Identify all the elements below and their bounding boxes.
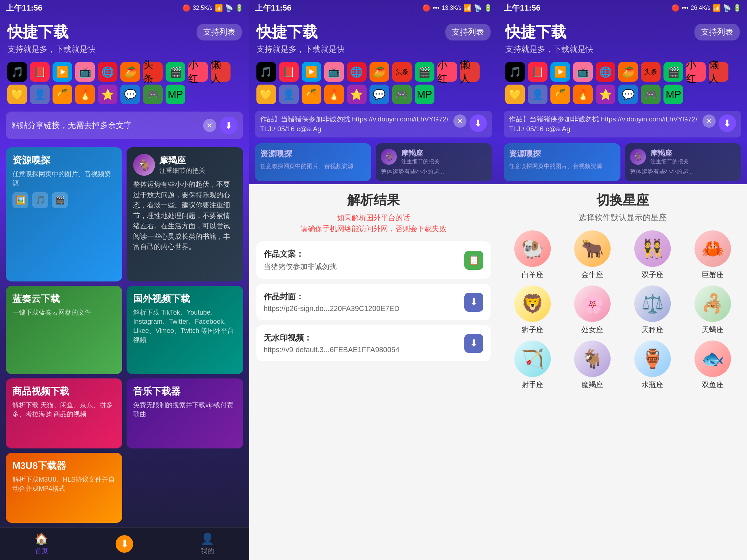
bilibili-icon[interactable]: 📺: [75, 62, 95, 82]
bilibili-icon-3[interactable]: 📺: [573, 62, 593, 82]
person-icon[interactable]: 👤: [30, 85, 50, 104]
nav-profile-1[interactable]: 👤 我的: [166, 532, 249, 555]
xiaohongshu-icon-3[interactable]: 📕: [528, 62, 547, 82]
clear-btn-1[interactable]: ✕: [203, 119, 216, 132]
zodiac-capricorn[interactable]: 🐐 魔羯座: [565, 341, 620, 390]
orange-icon-2[interactable]: 🍊: [302, 85, 321, 104]
mp-icon[interactable]: MP: [166, 85, 185, 104]
bilibili-icon-2[interactable]: 📺: [324, 62, 344, 82]
nav-home-1[interactable]: 🏠 首页: [0, 532, 83, 555]
zodiac-aquarius[interactable]: 🏺 水瓶座: [626, 341, 680, 390]
zodiac-virgo[interactable]: 🌸 处女座: [565, 285, 620, 335]
bottom-nav-1: 🏠 首页 ⬇ 👤 我的: [0, 527, 249, 560]
lele-icon-2[interactable]: 小红: [437, 62, 457, 82]
zodiac-sagittarius[interactable]: 🏹 射手座: [505, 341, 560, 390]
youku-icon-2[interactable]: ▶️: [302, 62, 321, 82]
iqiyi-icon-3[interactable]: 🎬: [663, 62, 683, 82]
zodiac-cancer[interactable]: 🦀 巨蟹座: [685, 230, 740, 280]
horoscope-partial-2[interactable]: 🐐 摩羯座 注重细节的把关 整体运势有些小小的起...: [376, 143, 492, 181]
mp-icon-3[interactable]: MP: [663, 85, 683, 104]
horoscope-partial-3[interactable]: 🐐 摩羯座 注重细节的把关 整体运势有些小小的起...: [625, 143, 741, 181]
qzone-icon-2[interactable]: 💛: [256, 85, 276, 104]
music-card-1[interactable]: 音乐下载器 免费无限制的搜索并下载vip或付费歌曲: [127, 378, 243, 448]
clear-btn-2[interactable]: ✕: [453, 114, 467, 128]
download-video-btn[interactable]: ⬇: [464, 334, 483, 353]
fire-icon-3[interactable]: 🔥: [573, 85, 593, 104]
clear-btn-3[interactable]: ✕: [703, 114, 716, 128]
xiaohongshu-icon-2[interactable]: 📕: [279, 62, 299, 82]
toutiao-icon-2[interactable]: 头条: [392, 62, 412, 82]
xiaohongshu-icon[interactable]: 📕: [30, 62, 50, 82]
star-icon-3[interactable]: ⭐: [596, 85, 615, 104]
iqiyi-icon-2[interactable]: 🎬: [415, 62, 434, 82]
orange-icon[interactable]: 🍊: [53, 85, 72, 104]
resource-partial-2[interactable]: 资源嗅探 任意嗅探网页中的图片、音视频资源: [255, 143, 371, 181]
person-icon-3[interactable]: 👤: [528, 85, 547, 104]
zodiac-leo[interactable]: 🦁 狮子座: [505, 285, 560, 335]
game-icon-2[interactable]: 🎮: [392, 85, 412, 104]
horoscope-card-1[interactable]: 🐐 摩羯座 注重细节的把关 整体运势有些小小的起伏，不要过于放大问题，要保持乐观…: [127, 147, 243, 281]
fire-icon[interactable]: 🔥: [75, 85, 95, 104]
download-nav-icon-1[interactable]: ⬇: [116, 535, 133, 553]
qzone-icon[interactable]: 💛: [7, 85, 27, 104]
nav-middle-1[interactable]: ⬇: [83, 535, 166, 553]
mango-icon-2[interactable]: 🥭: [369, 62, 389, 82]
zodiac-scorpio[interactable]: 🦂 天蝎座: [685, 285, 740, 335]
zodiac-pisces[interactable]: 🐟 双鱼座: [685, 341, 740, 390]
zodiac-libra[interactable]: ⚖️ 天秤座: [626, 285, 680, 335]
horoscope-partial-text-2: 整体运势有些小小的起...: [381, 167, 487, 176]
chat-icon-3[interactable]: 💬: [618, 85, 638, 104]
tiktok-icon-2[interactable]: 🎵: [256, 62, 276, 82]
game-icon[interactable]: 🎮: [143, 85, 163, 104]
mango-icon[interactable]: 🥭: [120, 62, 140, 82]
mp-icon-2[interactable]: MP: [415, 85, 434, 104]
lazy-icon[interactable]: 懒人: [211, 62, 231, 82]
product-card-1[interactable]: 商品视频下载 解析下载 天猫、闲鱼、京东、拼多多、考拉海购 商品的视频: [6, 378, 122, 448]
weibo-icon-2[interactable]: 🌐: [347, 62, 367, 82]
m3u8-card-1[interactable]: M3U8下载器 解析下载M3U8、HLS协议文件并自动合并成MP4格式: [6, 453, 122, 523]
youku-icon-3[interactable]: ▶️: [550, 62, 570, 82]
orange-icon-3[interactable]: 🍊: [550, 85, 570, 104]
zodiac-gemini[interactable]: 👯 双子座: [626, 230, 680, 280]
game-icon-3[interactable]: 🎮: [641, 85, 661, 104]
person-icon-2[interactable]: 👤: [279, 85, 299, 104]
tiktok-icon[interactable]: 🎵: [7, 62, 27, 82]
zodiac-aries[interactable]: 🐏 白羊座: [505, 230, 560, 280]
resource-card-1[interactable]: 资源嗅探 任意嗅探网页中的图片、音视频资源 🖼️ 🎵 🎬: [6, 147, 122, 281]
toutiao-icon[interactable]: 头条: [143, 62, 163, 82]
mango-icon-3[interactable]: 🥭: [618, 62, 638, 82]
foreign-card-1[interactable]: 国外视频下载 解析下载 TikTok、Youtube、Instagram、Twi…: [127, 286, 243, 374]
iqiyi-icon[interactable]: 🎬: [166, 62, 185, 82]
horoscope-partial-avatar-2: 🐐: [381, 149, 397, 165]
youku-icon[interactable]: ▶️: [53, 62, 72, 82]
lele-icon-3[interactable]: 小红: [686, 62, 706, 82]
qzone-icon-3[interactable]: 💛: [505, 85, 525, 104]
download-btn-1[interactable]: ⬇: [220, 117, 237, 134]
download-btn-2[interactable]: ⬇: [469, 114, 487, 132]
support-list-btn-2[interactable]: 支持列表: [445, 24, 491, 40]
tiktok-icon-3[interactable]: 🎵: [505, 62, 525, 82]
weibo-icon[interactable]: 🌐: [98, 62, 117, 82]
download-cover-btn[interactable]: ⬇: [464, 293, 483, 312]
profile-label-1: 我的: [201, 547, 214, 555]
lanyun-card-1[interactable]: 蓝奏云下载 一键下载蓝奏云网盘的文件: [6, 286, 122, 374]
support-list-btn-1[interactable]: 支持列表: [197, 24, 242, 40]
status-icons-3: 🔴 ••• 26.4K/s 📶 📡 🔋: [671, 4, 741, 12]
resource-partial-desc-3: 任意嗅探网页中的图片、音视频资源: [509, 162, 615, 170]
star-icon-2[interactable]: ⭐: [347, 85, 367, 104]
copy-text-btn[interactable]: 📋: [464, 251, 483, 270]
lazy-icon-2[interactable]: 懒人: [460, 62, 480, 82]
resource-partial-3[interactable]: 资源嗅探 任意嗅探网页中的图片、音视频资源: [504, 143, 620, 181]
weibo-icon-3[interactable]: 🌐: [596, 62, 615, 82]
download-btn-3[interactable]: ⬇: [719, 114, 736, 132]
toutiao-icon-3[interactable]: 头条: [641, 62, 661, 82]
support-list-btn-3[interactable]: 支持列表: [694, 24, 740, 40]
chat-icon[interactable]: 💬: [120, 85, 140, 104]
fire-icon-2[interactable]: 🔥: [324, 85, 344, 104]
chat-icon-2[interactable]: 💬: [369, 85, 389, 104]
lazy-icon-3[interactable]: 懒人: [709, 62, 728, 82]
star-icon[interactable]: ⭐: [98, 85, 117, 104]
zodiac-taurus[interactable]: 🐂 金牛座: [565, 230, 620, 280]
app-subtitle-1: 支持就是多，下载就是快: [7, 44, 242, 55]
lele-icon[interactable]: 小红: [188, 62, 208, 82]
